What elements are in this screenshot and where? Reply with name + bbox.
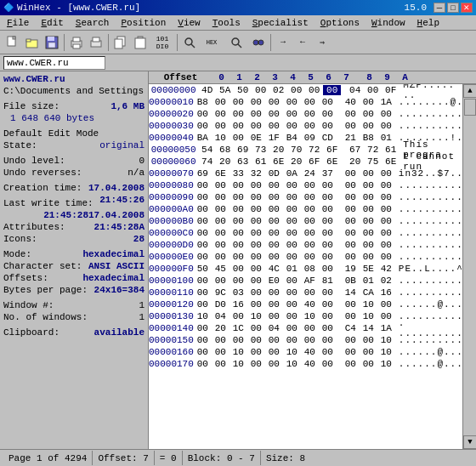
hex-byte[interactable]: 1A — [377, 323, 395, 333]
hex-byte[interactable]: 00 — [252, 85, 269, 95]
hex-byte[interactable]: 00 — [360, 180, 377, 190]
hex-byte[interactable]: 72 — [305, 145, 323, 155]
hex-byte[interactable]: 00 — [319, 287, 337, 298]
table-row[interactable]: 000000F0504500004C010800195E42PE..L....^… — [149, 263, 462, 275]
hex-byte[interactable]: 00 — [283, 240, 301, 250]
row-offset[interactable]: 000000C0 — [149, 228, 194, 238]
hex-byte[interactable]: 00 — [301, 287, 319, 298]
hex-byte[interactable]: 00 — [301, 216, 319, 226]
table-row[interactable]: 000000900000000000000000000000..........… — [149, 191, 462, 203]
hex-byte[interactable]: 00 — [212, 204, 230, 214]
hex-byte[interactable]: 10 — [360, 299, 377, 310]
search-button[interactable] — [180, 33, 199, 52]
hex-byte[interactable]: 1F — [265, 133, 283, 143]
hex-byte[interactable]: 00 — [283, 97, 301, 107]
hex-byte[interactable]: 00 — [247, 252, 265, 262]
hex-byte[interactable]: 00 — [212, 192, 230, 202]
hex-byte[interactable]: 02 — [269, 85, 287, 95]
hex-byte[interactable]: 00 — [230, 311, 247, 321]
hex-byte[interactable]: 00 — [212, 228, 230, 238]
hex-byte[interactable]: 00 — [342, 228, 360, 238]
menu-view[interactable]: View — [173, 17, 205, 29]
hex-byte[interactable]: CD — [319, 133, 337, 143]
hex-byte[interactable]: 00 — [247, 335, 265, 345]
hex-byte[interactable]: 00 — [247, 276, 265, 286]
hex-byte[interactable]: 00 — [265, 121, 283, 131]
hex-byte[interactable]: 00 — [360, 109, 377, 119]
hex-byte[interactable]: 00 — [301, 335, 319, 345]
table-row[interactable]: 000001700000100000104000000010......@...… — [149, 358, 462, 370]
hex-byte[interactable]: 0D — [265, 168, 283, 179]
hex-byte[interactable]: C4 — [342, 323, 360, 333]
row-offset[interactable]: 00000000 — [149, 85, 198, 95]
hex-byte[interactable]: 0A — [283, 168, 301, 179]
hex-byte[interactable]: 00 — [319, 204, 337, 214]
hex-byte[interactable]: 10 — [377, 347, 395, 357]
hex-byte[interactable]: 00 — [377, 192, 395, 202]
hex-byte[interactable]: 00 — [342, 204, 360, 214]
table-row[interactable]: 000000004D5A50000200000004000FMZP..... .… — [149, 84, 462, 96]
menu-window[interactable]: Window — [366, 17, 411, 29]
table-row[interactable]: 000000300000000000000000000000..........… — [149, 120, 462, 132]
hex-byte[interactable]: 00 — [360, 228, 377, 238]
hex-byte[interactable]: 00 — [377, 228, 395, 238]
hex-byte[interactable]: 00 — [230, 97, 247, 107]
hex-byte[interactable]: 00 — [342, 311, 360, 321]
hex-byte[interactable]: 9C — [212, 287, 230, 298]
hex-byte[interactable]: 00 — [319, 192, 337, 202]
hex-byte[interactable]: 16 — [230, 299, 247, 310]
hex-byte[interactable]: 00 — [360, 97, 377, 107]
hex-byte[interactable]: 01 — [360, 276, 377, 286]
hex-byte[interactable]: 00 — [377, 240, 395, 250]
table-row[interactable]: 000000A00000000000000000000000..........… — [149, 203, 462, 215]
hex-byte[interactable]: 00 — [301, 240, 319, 250]
hex-byte[interactable]: D0 — [212, 299, 230, 310]
hex-byte[interactable]: 00 — [319, 97, 337, 107]
row-offset[interactable]: 00000060 — [149, 156, 198, 167]
hex-byte[interactable]: 00 — [230, 216, 247, 226]
copy-button[interactable] — [111, 33, 130, 52]
hex-byte[interactable]: 00 — [212, 347, 230, 357]
hex-byte[interactable]: 01 — [377, 133, 395, 143]
arrow-right-button[interactable]: → — [274, 33, 292, 52]
table-row[interactable]: 000000B00000000000000000000000..........… — [149, 215, 462, 227]
minimize-button[interactable]: ─ — [434, 3, 445, 13]
hex-byte[interactable]: 6E — [212, 168, 230, 179]
maximize-button[interactable]: □ — [447, 3, 459, 13]
hex-byte[interactable]: 00 — [360, 359, 377, 369]
arrow-left-button[interactable]: ← — [293, 33, 312, 52]
hex-byte[interactable]: 10 — [283, 347, 301, 357]
hex-byte[interactable]: 81 — [319, 276, 337, 286]
hex-byte[interactable]: 00 — [319, 311, 337, 321]
hex-byte[interactable]: 19 — [342, 264, 360, 274]
table-row[interactable]: 00000060742063616E206F6E20756Et cannot r… — [149, 156, 462, 168]
hex-byte[interactable]: 00 — [342, 216, 360, 226]
row-offset[interactable]: 00000160 — [149, 347, 194, 357]
hex-byte[interactable]: 00 — [194, 359, 212, 369]
row-offset[interactable]: 00000100 — [149, 276, 194, 286]
save-button[interactable] — [42, 33, 61, 52]
hex-byte[interactable]: 00 — [194, 276, 212, 286]
row-offset[interactable]: 00000170 — [149, 359, 194, 369]
hex-byte[interactable]: 14 — [342, 287, 360, 298]
hex-byte[interactable]: 00 — [230, 240, 247, 250]
binoculars-button[interactable] — [249, 33, 268, 52]
table-row[interactable]: 00000010B80000000000000040001A........@.… — [149, 96, 462, 108]
hex-byte[interactable]: CA — [360, 287, 377, 298]
hex-byte[interactable]: 16 — [377, 287, 395, 298]
hex-byte[interactable]: 00 — [247, 97, 265, 107]
hex-byte[interactable]: 00 — [212, 216, 230, 226]
row-offset[interactable]: 000000F0 — [149, 264, 194, 274]
hex-byte[interactable]: 00 — [230, 192, 247, 202]
hex-byte[interactable]: 00 — [247, 240, 265, 250]
hex-byte[interactable]: 00 — [319, 216, 337, 226]
hex-byte[interactable]: 00 — [230, 252, 247, 262]
hex-byte[interactable]: 00 — [360, 240, 377, 250]
hex-byte[interactable]: 00 — [319, 252, 337, 262]
hex-byte[interactable]: 00 — [247, 121, 265, 131]
hex-byte[interactable]: 00 — [194, 216, 212, 226]
hex-byte[interactable]: 00 — [342, 240, 360, 250]
hex-byte[interactable]: 6F — [323, 145, 341, 155]
hex-byte[interactable]: 00 — [377, 180, 395, 190]
hex-byte[interactable]: 00 — [194, 109, 212, 119]
